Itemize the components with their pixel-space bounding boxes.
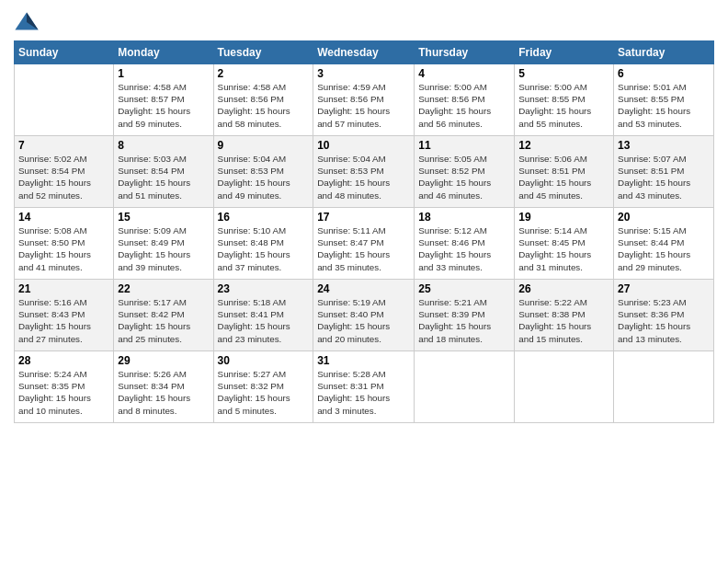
day-number: 18 <box>418 211 510 224</box>
day-info: Sunrise: 5:23 AM Sunset: 8:36 PM Dayligh… <box>618 296 710 345</box>
day-cell: 28Sunrise: 5:24 AM Sunset: 8:35 PM Dayli… <box>15 351 114 423</box>
day-cell: 18Sunrise: 5:12 AM Sunset: 8:46 PM Dayli… <box>415 208 515 280</box>
day-info: Sunrise: 5:02 AM Sunset: 8:54 PM Dayligh… <box>18 153 109 201</box>
day-info: Sunrise: 5:12 AM Sunset: 8:46 PM Dayligh… <box>418 224 510 273</box>
day-info: Sunrise: 5:08 AM Sunset: 8:50 PM Dayligh… <box>18 224 109 273</box>
day-info: Sunrise: 5:07 AM Sunset: 8:51 PM Dayligh… <box>618 153 710 201</box>
day-cell: 19Sunrise: 5:14 AM Sunset: 8:45 PM Dayli… <box>515 208 614 280</box>
week-row-3: 14Sunrise: 5:08 AM Sunset: 8:50 PM Dayli… <box>15 208 714 280</box>
week-row-5: 28Sunrise: 5:24 AM Sunset: 8:35 PM Dayli… <box>15 351 714 423</box>
day-number: 24 <box>317 282 410 295</box>
day-number: 4 <box>418 67 510 80</box>
day-number: 17 <box>317 211 410 224</box>
day-cell: 6Sunrise: 5:01 AM Sunset: 8:55 PM Daylig… <box>614 64 714 136</box>
day-number: 10 <box>317 139 410 152</box>
day-number: 25 <box>418 282 510 295</box>
day-info: Sunrise: 5:19 AM Sunset: 8:40 PM Dayligh… <box>317 296 410 345</box>
day-cell: 2Sunrise: 4:58 AM Sunset: 8:56 PM Daylig… <box>213 64 313 136</box>
day-info: Sunrise: 5:06 AM Sunset: 8:51 PM Dayligh… <box>518 153 609 201</box>
day-info: Sunrise: 5:22 AM Sunset: 8:38 PM Dayligh… <box>518 296 609 345</box>
day-info: Sunrise: 5:04 AM Sunset: 8:53 PM Dayligh… <box>317 153 410 201</box>
day-info: Sunrise: 5:15 AM Sunset: 8:44 PM Dayligh… <box>618 224 710 273</box>
day-number: 13 <box>618 139 710 152</box>
day-info: Sunrise: 5:26 AM Sunset: 8:34 PM Dayligh… <box>118 368 209 417</box>
day-info: Sunrise: 5:24 AM Sunset: 8:35 PM Dayligh… <box>18 368 109 417</box>
day-number: 14 <box>18 211 109 224</box>
day-info: Sunrise: 4:58 AM Sunset: 8:56 PM Dayligh… <box>218 81 310 130</box>
day-number: 3 <box>317 67 410 80</box>
day-info: Sunrise: 5:00 AM Sunset: 8:55 PM Dayligh… <box>518 81 609 130</box>
day-cell: 3Sunrise: 4:59 AM Sunset: 8:56 PM Daylig… <box>313 64 415 136</box>
day-number: 23 <box>218 282 310 295</box>
day-info: Sunrise: 5:11 AM Sunset: 8:47 PM Dayligh… <box>317 224 410 273</box>
day-cell: 26Sunrise: 5:22 AM Sunset: 8:38 PM Dayli… <box>515 280 614 351</box>
day-number: 20 <box>618 211 710 224</box>
day-cell: 21Sunrise: 5:16 AM Sunset: 8:43 PM Dayli… <box>15 280 114 351</box>
day-cell: 14Sunrise: 5:08 AM Sunset: 8:50 PM Dayli… <box>15 208 114 280</box>
day-cell: 12Sunrise: 5:06 AM Sunset: 8:51 PM Dayli… <box>515 136 614 208</box>
day-number: 19 <box>518 211 609 224</box>
day-cell <box>415 351 515 423</box>
day-cell: 22Sunrise: 5:17 AM Sunset: 8:42 PM Dayli… <box>114 280 213 351</box>
day-number: 28 <box>18 354 109 367</box>
day-info: Sunrise: 5:10 AM Sunset: 8:48 PM Dayligh… <box>218 224 310 273</box>
day-cell: 7Sunrise: 5:02 AM Sunset: 8:54 PM Daylig… <box>15 136 114 208</box>
day-number: 7 <box>18 139 109 152</box>
day-info: Sunrise: 4:58 AM Sunset: 8:57 PM Dayligh… <box>118 81 209 130</box>
day-cell: 15Sunrise: 5:09 AM Sunset: 8:49 PM Dayli… <box>114 208 213 280</box>
day-cell: 27Sunrise: 5:23 AM Sunset: 8:36 PM Dayli… <box>614 280 714 351</box>
day-cell: 23Sunrise: 5:18 AM Sunset: 8:41 PM Dayli… <box>213 280 313 351</box>
header-row: SundayMondayTuesdayWednesdayThursdayFrid… <box>15 41 714 64</box>
day-info: Sunrise: 5:28 AM Sunset: 8:31 PM Dayligh… <box>317 368 410 417</box>
day-cell: 9Sunrise: 5:04 AM Sunset: 8:53 PM Daylig… <box>213 136 313 208</box>
day-cell: 31Sunrise: 5:28 AM Sunset: 8:31 PM Dayli… <box>313 351 415 423</box>
day-cell: 17Sunrise: 5:11 AM Sunset: 8:47 PM Dayli… <box>313 208 415 280</box>
day-number: 8 <box>118 139 209 152</box>
col-header-wednesday: Wednesday <box>313 41 415 64</box>
day-cell: 30Sunrise: 5:27 AM Sunset: 8:32 PM Dayli… <box>213 351 313 423</box>
day-info: Sunrise: 5:17 AM Sunset: 8:42 PM Dayligh… <box>118 296 209 345</box>
logo <box>14 9 41 35</box>
day-info: Sunrise: 5:00 AM Sunset: 8:56 PM Dayligh… <box>418 81 510 130</box>
day-cell: 29Sunrise: 5:26 AM Sunset: 8:34 PM Dayli… <box>114 351 213 423</box>
calendar-table: SundayMondayTuesdayWednesdayThursdayFrid… <box>14 40 714 423</box>
day-number: 6 <box>618 67 710 80</box>
day-number: 26 <box>518 282 609 295</box>
day-number: 11 <box>418 139 510 152</box>
day-number: 5 <box>518 67 609 80</box>
day-info: Sunrise: 5:14 AM Sunset: 8:45 PM Dayligh… <box>518 224 609 273</box>
col-header-tuesday: Tuesday <box>213 41 313 64</box>
day-number: 30 <box>218 354 310 367</box>
col-header-thursday: Thursday <box>415 41 515 64</box>
day-cell: 1Sunrise: 4:58 AM Sunset: 8:57 PM Daylig… <box>114 64 213 136</box>
day-info: Sunrise: 4:59 AM Sunset: 8:56 PM Dayligh… <box>317 81 410 130</box>
day-cell: 16Sunrise: 5:10 AM Sunset: 8:48 PM Dayli… <box>213 208 313 280</box>
col-header-monday: Monday <box>114 41 213 64</box>
day-number: 27 <box>618 282 710 295</box>
day-info: Sunrise: 5:03 AM Sunset: 8:54 PM Dayligh… <box>118 153 209 201</box>
day-cell: 20Sunrise: 5:15 AM Sunset: 8:44 PM Dayli… <box>614 208 714 280</box>
day-info: Sunrise: 5:27 AM Sunset: 8:32 PM Dayligh… <box>218 368 310 417</box>
day-number: 12 <box>518 139 609 152</box>
day-cell: 10Sunrise: 5:04 AM Sunset: 8:53 PM Dayli… <box>313 136 415 208</box>
day-cell: 24Sunrise: 5:19 AM Sunset: 8:40 PM Dayli… <box>313 280 415 351</box>
day-cell: 4Sunrise: 5:00 AM Sunset: 8:56 PM Daylig… <box>415 64 515 136</box>
day-info: Sunrise: 5:04 AM Sunset: 8:53 PM Dayligh… <box>218 153 310 201</box>
day-cell <box>515 351 614 423</box>
header <box>14 9 714 35</box>
day-info: Sunrise: 5:09 AM Sunset: 8:49 PM Dayligh… <box>118 224 209 273</box>
day-number: 15 <box>118 211 209 224</box>
day-number: 2 <box>218 67 310 80</box>
day-info: Sunrise: 5:18 AM Sunset: 8:41 PM Dayligh… <box>218 296 310 345</box>
day-number: 9 <box>218 139 310 152</box>
day-info: Sunrise: 5:01 AM Sunset: 8:55 PM Dayligh… <box>618 81 710 130</box>
col-header-saturday: Saturday <box>614 41 714 64</box>
day-cell: 13Sunrise: 5:07 AM Sunset: 8:51 PM Dayli… <box>614 136 714 208</box>
day-info: Sunrise: 5:16 AM Sunset: 8:43 PM Dayligh… <box>18 296 109 345</box>
col-header-sunday: Sunday <box>15 41 114 64</box>
day-cell: 25Sunrise: 5:21 AM Sunset: 8:39 PM Dayli… <box>415 280 515 351</box>
main-container: SundayMondayTuesdayWednesdayThursdayFrid… <box>0 0 728 432</box>
day-cell <box>15 64 114 136</box>
logo-icon <box>14 9 40 35</box>
day-info: Sunrise: 5:05 AM Sunset: 8:52 PM Dayligh… <box>418 153 510 201</box>
